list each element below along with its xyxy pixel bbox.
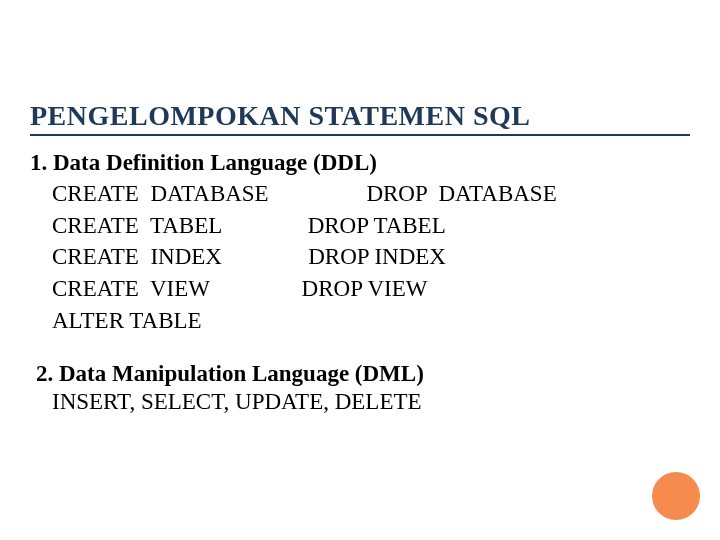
- ddl-row: CREATE VIEW DROP VIEW: [52, 273, 690, 305]
- ddl-row: CREATE DATABASE DROP DATABASE: [52, 178, 690, 210]
- slide: PENGELOMPOKAN STATEMEN SQL 1. Data Defin…: [0, 0, 720, 540]
- dml-items: INSERT, SELECT, UPDATE, DELETE: [52, 389, 690, 415]
- ddl-block: CREATE DATABASE DROP DATABASE CREATE TAB…: [52, 178, 690, 337]
- ddl-row: ALTER TABLE: [52, 305, 690, 337]
- dml-heading: 2. Data Manipulation Language (DML): [36, 361, 690, 387]
- ddl-row: CREATE TABEL DROP TABEL: [52, 210, 690, 242]
- dml-block: 2. Data Manipulation Language (DML) INSE…: [36, 361, 690, 415]
- slide-title: PENGELOMPOKAN STATEMEN SQL: [30, 100, 690, 136]
- ddl-heading: 1. Data Definition Language (DDL): [30, 150, 690, 176]
- ddl-row: CREATE INDEX DROP INDEX: [52, 241, 690, 273]
- accent-circle-icon: [652, 472, 700, 520]
